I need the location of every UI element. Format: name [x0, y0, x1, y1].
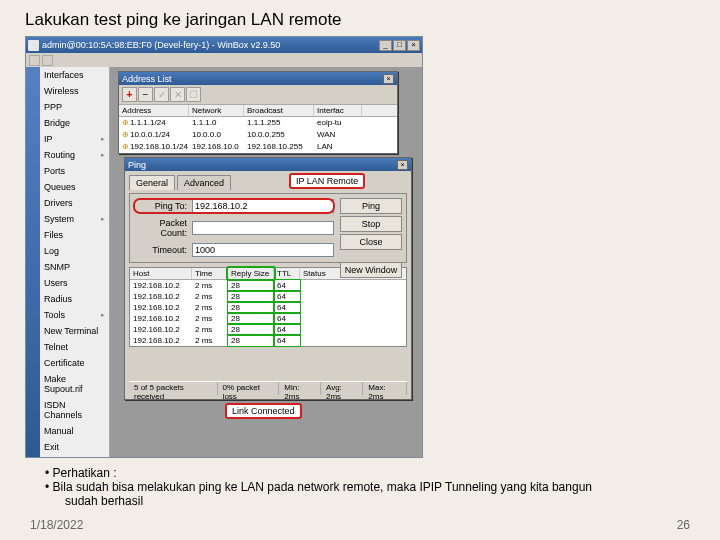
- ping-statusbar: 5 of 5 packets received 0% packet loss M…: [129, 381, 407, 395]
- slide-date: 1/18/2022: [30, 518, 83, 532]
- sidebar-item-bridge[interactable]: Bridge: [40, 115, 109, 131]
- timeout-label: Timeout:: [134, 245, 192, 255]
- sidebar-item-system[interactable]: System▸: [40, 211, 109, 227]
- ping-result-row: 192.168.10.22 ms2864: [130, 291, 406, 302]
- side-banner: RouterOS WinBox: [26, 67, 40, 457]
- minimize-button[interactable]: _: [379, 40, 392, 51]
- enable-button[interactable]: ✓: [154, 87, 169, 102]
- ping-to-row: Ping To:: [134, 199, 334, 213]
- sidebar-item-ports[interactable]: Ports: [40, 163, 109, 179]
- sidebar-item-drivers[interactable]: Drivers: [40, 195, 109, 211]
- chevron-right-icon: ▸: [101, 215, 105, 223]
- address-list-close[interactable]: ×: [383, 74, 394, 84]
- slide-page-number: 26: [677, 518, 690, 532]
- status-received: 5 of 5 packets received: [129, 382, 218, 395]
- sidebar-item-routing[interactable]: Routing▸: [40, 147, 109, 163]
- ping-result-row: 192.168.10.22 ms2864: [130, 280, 406, 291]
- main-panel: Address List × + − ✓ ✕ ☐ AddressNetworkB…: [110, 67, 422, 457]
- remove-button[interactable]: −: [138, 87, 153, 102]
- ping-window: Ping × General Advanced Ping To:: [124, 157, 412, 400]
- address-toolbar: + − ✓ ✕ ☐: [119, 85, 397, 105]
- packet-count-input[interactable]: [192, 221, 334, 235]
- status-avg: Avg: 2ms: [321, 382, 363, 395]
- address-list-window: Address List × + − ✓ ✕ ☐ AddressNetworkB…: [118, 71, 398, 154]
- sidebar-item-certificate[interactable]: Certificate: [40, 355, 109, 371]
- ping-col-header: Time: [192, 268, 228, 279]
- ping-col-header: TTL: [274, 268, 300, 279]
- ping-to-label: Ping To:: [134, 201, 192, 211]
- status-min: Min: 2ms: [279, 382, 321, 395]
- chevron-right-icon: ▸: [101, 151, 105, 159]
- ping-result-row: 192.168.10.22 ms2864: [130, 324, 406, 335]
- ping-titlebar: Ping ×: [125, 158, 411, 171]
- close-button[interactable]: Close: [340, 234, 402, 250]
- ping-title: Ping: [128, 160, 146, 170]
- sidebar-item-log[interactable]: Log: [40, 243, 109, 259]
- note-bullet-cont: sudah berhasil: [25, 494, 695, 508]
- ping-to-input[interactable]: [192, 199, 334, 213]
- sidebar-item-telnet[interactable]: Telnet: [40, 339, 109, 355]
- note-bullet: Bila sudah bisa melakukan ping ke LAN pa…: [45, 480, 695, 494]
- address-list-titlebar: Address List ×: [119, 72, 397, 85]
- app-icon: [28, 40, 39, 51]
- sidebar-item-tools[interactable]: Tools▸: [40, 307, 109, 323]
- address-list-title: Address List: [122, 74, 172, 84]
- new-window-button[interactable]: New Window: [340, 262, 402, 278]
- ping-button[interactable]: Ping: [340, 198, 402, 214]
- ping-result-row: 192.168.10.22 ms2864: [130, 335, 406, 346]
- tab-general[interactable]: General: [129, 175, 175, 190]
- disable-button[interactable]: ✕: [170, 87, 185, 102]
- timeout-input[interactable]: [192, 243, 334, 257]
- status-loss: 0% packet loss: [218, 382, 280, 395]
- sidebar-item-new-terminal[interactable]: New Terminal: [40, 323, 109, 339]
- callout-link-connected: Link Connected: [225, 403, 302, 419]
- toolbar: [26, 53, 422, 67]
- close-button[interactable]: ×: [407, 40, 420, 51]
- packet-count-label: Packet Count:: [134, 218, 192, 238]
- comment-button[interactable]: ☐: [186, 87, 201, 102]
- sidebar-item-ip[interactable]: IP▸: [40, 131, 109, 147]
- ping-result-row: 192.168.10.22 ms2864: [130, 302, 406, 313]
- toolbar-icon[interactable]: [29, 55, 40, 66]
- winbox-window: admin@00:10:5A:98:EB:F0 (Devel-fery-1) -…: [25, 36, 423, 458]
- callout-ip-lan-remote: IP LAN Remote: [289, 173, 365, 189]
- address-header-row: AddressNetworkBroadcastInterfac: [119, 105, 397, 117]
- tab-advanced[interactable]: Advanced: [177, 175, 231, 190]
- ping-col-header: Host: [130, 268, 192, 279]
- sidebar-item-snmp[interactable]: SNMP: [40, 259, 109, 275]
- sidebar-item-interfaces[interactable]: Interfaces: [40, 67, 109, 83]
- chevron-right-icon: ▸: [101, 311, 105, 319]
- stop-button[interactable]: Stop: [340, 216, 402, 232]
- add-button[interactable]: +: [122, 87, 137, 102]
- ping-col-header: Reply Size: [228, 268, 274, 279]
- ping-result-row: 192.168.10.22 ms2864: [130, 313, 406, 324]
- address-row[interactable]: 1.1.1.1/241.1.1.01.1.1.255eoip-tu: [119, 117, 397, 129]
- titlebar-text: admin@00:10:5A:98:EB:F0 (Devel-fery-1) -…: [42, 40, 280, 50]
- sidebar-item-ppp[interactable]: PPP: [40, 99, 109, 115]
- ping-window-close[interactable]: ×: [397, 160, 408, 170]
- address-row[interactable]: 192.168.10.1/24192.168.10.0192.168.10.25…: [119, 141, 397, 153]
- slide-notes: Perhatikan : Bila sudah bisa melakukan p…: [25, 466, 695, 508]
- ping-results-grid: HostTimeReply SizeTTLStatus 192.168.10.2…: [129, 267, 407, 347]
- sidebar-item-files[interactable]: Files: [40, 227, 109, 243]
- sidebar-item-users[interactable]: Users: [40, 275, 109, 291]
- sidebar-item-radius[interactable]: Radius: [40, 291, 109, 307]
- slide-title: Lakukan test ping ke jaringan LAN remote: [25, 10, 695, 30]
- sidebar-item-wireless[interactable]: Wireless: [40, 83, 109, 99]
- sidebar-item-queues[interactable]: Queues: [40, 179, 109, 195]
- note-bullet: Perhatikan :: [45, 466, 695, 480]
- chevron-right-icon: ▸: [101, 135, 105, 143]
- status-max: Max: 2ms: [363, 382, 407, 395]
- toolbar-icon[interactable]: [42, 55, 53, 66]
- address-row[interactable]: 10.0.0.1/2410.0.0.010.0.0.255WAN: [119, 129, 397, 141]
- titlebar: admin@00:10:5A:98:EB:F0 (Devel-fery-1) -…: [26, 37, 422, 53]
- maximize-button[interactable]: □: [393, 40, 406, 51]
